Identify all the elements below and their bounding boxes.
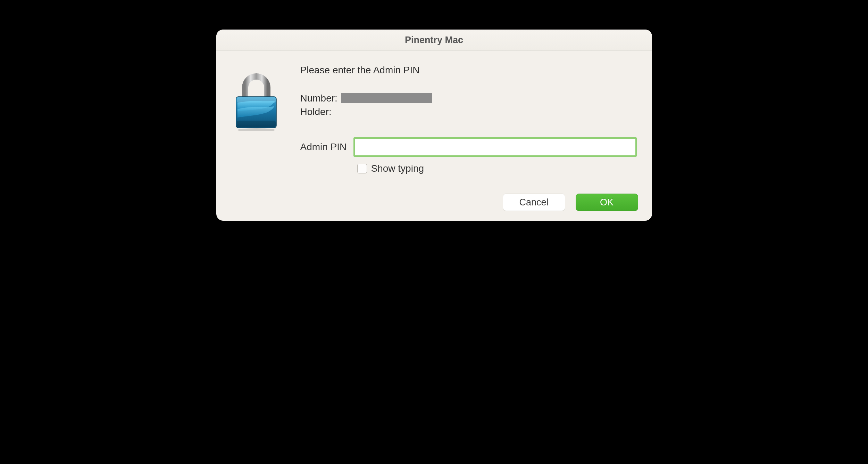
prompt-text: Please enter the Admin PIN (300, 65, 638, 76)
number-value-redacted (341, 93, 432, 103)
number-row: Number: (300, 92, 638, 105)
content-column: Please enter the Admin PIN Number: Holde… (300, 65, 638, 211)
pin-row: Admin PIN (300, 137, 638, 157)
dialog-title: Pinentry Mac (216, 30, 652, 51)
icon-column (230, 65, 282, 211)
svg-point-3 (237, 128, 275, 131)
pin-label: Admin PIN (300, 141, 347, 153)
holder-row: Holder: (300, 105, 638, 119)
holder-label: Holder: (300, 106, 332, 117)
number-label: Number: (300, 93, 337, 104)
ok-button[interactable]: OK (576, 194, 638, 211)
pinentry-dialog: Pinentry Mac (216, 30, 652, 221)
admin-pin-input[interactable] (353, 137, 636, 157)
svg-rect-2 (237, 121, 276, 127)
lock-icon (232, 68, 281, 131)
button-row: Cancel OK (503, 194, 638, 211)
show-typing-label: Show typing (371, 163, 424, 174)
show-typing-row: Show typing (357, 163, 638, 174)
show-typing-checkbox[interactable] (357, 164, 367, 173)
dialog-body: Please enter the Admin PIN Number: Holde… (216, 51, 652, 221)
cancel-button[interactable]: Cancel (503, 194, 565, 211)
